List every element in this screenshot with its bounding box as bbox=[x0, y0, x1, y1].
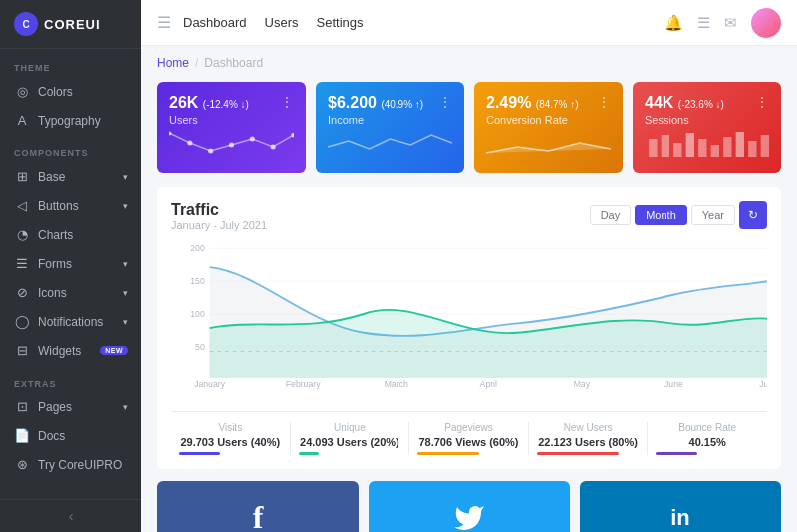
sidebar-item-docs[interactable]: 📄 Docs bbox=[0, 421, 141, 450]
sidebar-item-label: Icons bbox=[38, 286, 67, 300]
mini-chart-sessions bbox=[645, 126, 769, 161]
time-btn-year[interactable]: Year bbox=[691, 205, 735, 225]
stat-pageviews-value: 78.706 Views (60%) bbox=[417, 436, 520, 448]
topbar-nav-users[interactable]: Users bbox=[265, 15, 299, 30]
linkedin-icon: in bbox=[670, 505, 690, 531]
sidebar-item-notifications[interactable]: ◯ Notifications ▾ bbox=[0, 307, 141, 336]
topbar: ☰ Dashboard Users Settings 🔔 ☰ ✉ bbox=[141, 0, 797, 46]
logo-text: COREUI bbox=[44, 17, 101, 32]
stat-unique: Unique 24.093 Users (20%) bbox=[291, 422, 410, 455]
topbar-icons: 🔔 ☰ ✉ bbox=[664, 8, 781, 38]
sidebar-item-label: Docs bbox=[38, 429, 65, 443]
stat-card-users: 26K (-12.4% ↓) Users ⋮ bbox=[157, 82, 306, 173]
breadcrumb-home[interactable]: Home bbox=[157, 56, 189, 70]
stat-card-sessions: 44K (-23.6% ↓) Sessions ⋮ bbox=[633, 82, 781, 173]
sidebar-item-label: Typography bbox=[38, 114, 101, 128]
chevron-down-icon: ▾ bbox=[123, 402, 128, 412]
list-icon[interactable]: ☰ bbox=[697, 14, 710, 32]
time-btn-month[interactable]: Month bbox=[635, 205, 687, 225]
sidebar-item-charts[interactable]: ◔ Charts bbox=[0, 220, 141, 249]
social-facebook-card[interactable]: f bbox=[157, 481, 359, 532]
mini-chart-conversion bbox=[486, 126, 611, 161]
pages-icon: ⊡ bbox=[14, 399, 30, 414]
sidebar-item-label: Buttons bbox=[38, 199, 79, 213]
facebook-icon: f bbox=[253, 499, 264, 532]
sidebar-item-typography[interactable]: A Typography bbox=[0, 106, 141, 134]
hamburger-icon[interactable]: ☰ bbox=[157, 13, 171, 32]
notifications-icon: ◯ bbox=[14, 314, 30, 329]
svg-text:150: 150 bbox=[190, 276, 205, 286]
breadcrumb: Home / Dashboard bbox=[157, 56, 781, 70]
sidebar-item-buttons[interactable]: ◁ Buttons ▾ bbox=[0, 191, 141, 220]
social-twitter-card[interactable] bbox=[369, 481, 570, 532]
breadcrumb-separator: / bbox=[195, 56, 198, 70]
topbar-nav-settings[interactable]: Settings bbox=[317, 15, 364, 30]
stat-value-sessions: 44K (-23.6% ↓) bbox=[645, 94, 724, 112]
topbar-nav-dashboard[interactable]: Dashboard bbox=[183, 15, 247, 30]
chevron-down-icon: ▾ bbox=[123, 288, 128, 298]
sidebar-item-colors[interactable]: ◎ Colors bbox=[0, 77, 141, 106]
svg-text:June: June bbox=[664, 379, 683, 389]
sidebar-toggle-button[interactable]: ‹ bbox=[0, 499, 141, 532]
bell-icon[interactable]: 🔔 bbox=[664, 14, 683, 32]
page-content: Home / Dashboard 26K (-12.4% ↓) Users ⋮ bbox=[141, 46, 797, 532]
icons-icon: ⊘ bbox=[14, 285, 30, 300]
sidebar-item-label: Notifications bbox=[38, 315, 103, 329]
more-options-icon[interactable]: ⋮ bbox=[438, 94, 452, 110]
stat-unique-label: Unique bbox=[299, 422, 401, 433]
stat-visits-label: Visits bbox=[179, 422, 282, 433]
stat-new-users-bar bbox=[537, 452, 619, 455]
topbar-navigation: Dashboard Users Settings bbox=[183, 15, 653, 30]
new-badge: NEW bbox=[100, 346, 128, 355]
more-options-icon[interactable]: ⋮ bbox=[755, 94, 769, 110]
stat-bounce-value: 40.15% bbox=[656, 436, 759, 448]
stat-bounce-rate: Bounce Rate 40.15% bbox=[648, 422, 767, 455]
svg-text:50: 50 bbox=[195, 342, 205, 352]
svg-text:July: July bbox=[759, 379, 767, 389]
sidebar-item-label: Charts bbox=[38, 228, 73, 242]
svg-text:200: 200 bbox=[190, 243, 205, 253]
chart-statistics: Visits 29.703 Users (40%) Unique 24.093 … bbox=[171, 411, 767, 455]
svg-rect-16 bbox=[761, 135, 769, 157]
svg-rect-9 bbox=[673, 143, 681, 157]
refresh-button[interactable]: ↻ bbox=[739, 201, 767, 229]
stat-card-income: $6.200 (40.9% ↑) Income ⋮ bbox=[316, 82, 464, 173]
sidebar-item-base[interactable]: ⊞ Base ▾ bbox=[0, 162, 141, 191]
avatar[interactable] bbox=[751, 8, 781, 38]
stat-new-users: New Users 22.123 Users (80%) bbox=[529, 422, 649, 455]
sidebar-item-widgets[interactable]: ⊟ Widgets NEW bbox=[0, 336, 141, 365]
sidebar-item-label: Colors bbox=[38, 85, 73, 99]
traffic-subtitle: January - July 2021 bbox=[171, 219, 267, 231]
stat-unique-value: 24.093 Users (20%) bbox=[299, 436, 401, 448]
svg-text:March: March bbox=[385, 379, 408, 389]
sidebar-item-forms[interactable]: ☰ Forms ▾ bbox=[0, 249, 141, 278]
svg-rect-11 bbox=[698, 139, 706, 157]
stat-value-income: $6.200 (40.9% ↑) bbox=[328, 94, 423, 112]
stat-new-users-label: New Users bbox=[537, 422, 640, 433]
stat-unique-bar bbox=[299, 452, 320, 455]
avatar-image bbox=[751, 8, 781, 38]
svg-rect-12 bbox=[711, 145, 719, 157]
chevron-down-icon: ▾ bbox=[123, 201, 128, 211]
sidebar-item-pages[interactable]: ⊡ Pages ▾ bbox=[0, 393, 141, 421]
envelope-icon[interactable]: ✉ bbox=[724, 14, 737, 32]
svg-point-4 bbox=[250, 137, 255, 142]
svg-rect-15 bbox=[748, 141, 756, 157]
main-content: ☰ Dashboard Users Settings 🔔 ☰ ✉ Home / … bbox=[141, 0, 797, 532]
breadcrumb-current: Dashboard bbox=[204, 56, 263, 70]
sidebar-item-icons[interactable]: ⊘ Icons ▾ bbox=[0, 278, 141, 307]
time-btn-day[interactable]: Day bbox=[590, 205, 632, 225]
stat-cards: 26K (-12.4% ↓) Users ⋮ bbox=[157, 82, 781, 173]
sidebar-item-try-pro[interactable]: ⊛ Try CoreUIPRO bbox=[0, 450, 141, 479]
stat-label-users: Users bbox=[169, 114, 249, 126]
stat-label-sessions: Sessions bbox=[645, 114, 724, 126]
stat-visits-value: 29.703 Users (40%) bbox=[179, 436, 282, 448]
more-options-icon[interactable]: ⋮ bbox=[597, 94, 611, 110]
sidebar-item-label: Pages bbox=[38, 400, 72, 414]
typography-icon: A bbox=[14, 113, 30, 128]
more-options-icon[interactable]: ⋮ bbox=[280, 94, 294, 110]
sidebar-item-label: Base bbox=[38, 170, 65, 184]
social-linkedin-card[interactable]: in bbox=[580, 481, 781, 532]
stat-pageviews-bar bbox=[417, 452, 479, 455]
svg-rect-14 bbox=[736, 132, 744, 157]
